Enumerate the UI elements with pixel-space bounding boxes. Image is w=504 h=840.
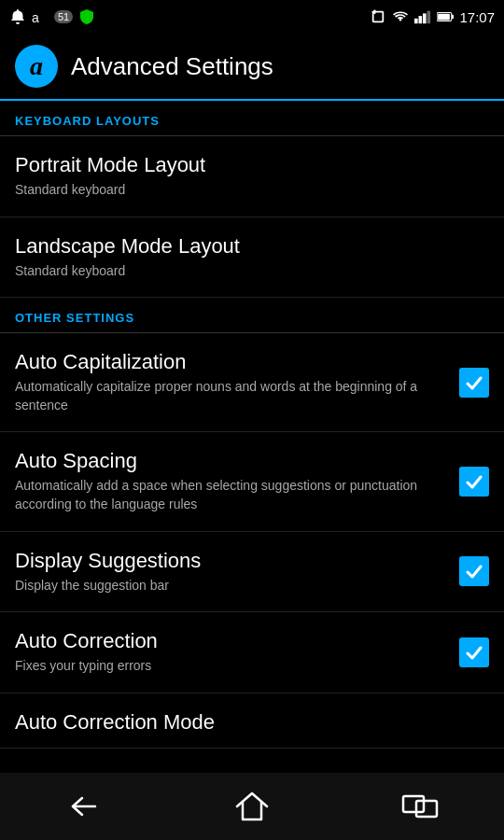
time-display: 17:07 <box>459 9 495 25</box>
svg-rect-11 <box>416 801 437 817</box>
svg-rect-4 <box>423 13 427 23</box>
portrait-mode-title: Portrait Mode Layout <box>15 153 478 177</box>
home-button[interactable] <box>224 788 280 825</box>
auto-spacing-desc: Automatically add a space when selecting… <box>15 477 448 513</box>
nav-bar <box>0 773 504 840</box>
auto-correction-checkbox[interactable] <box>459 637 489 667</box>
app-bar: a Advanced Settings <box>0 34 504 101</box>
portrait-mode-desc: Standard keyboard <box>15 181 478 200</box>
status-bar-left: a 51 <box>9 8 95 25</box>
svg-rect-2 <box>414 19 418 23</box>
setting-auto-capitalization[interactable]: Auto Capitalization Automatically capita… <box>0 333 504 432</box>
auto-spacing-checkbox[interactable] <box>459 467 489 497</box>
svg-rect-3 <box>419 16 423 23</box>
back-button[interactable] <box>56 788 112 825</box>
setting-portrait-mode[interactable]: Portrait Mode Layout Standard keyboard <box>0 136 504 217</box>
svg-rect-5 <box>427 11 431 24</box>
svg-text:a: a <box>32 10 39 25</box>
status-bar-right: 17:07 <box>370 8 495 25</box>
auto-spacing-title: Auto Spacing <box>15 449 448 473</box>
shield-icon <box>78 8 95 25</box>
signal-icon <box>414 8 431 25</box>
app-logo: a <box>15 45 58 88</box>
auto-cap-title: Auto Capitalization <box>15 350 448 374</box>
setting-landscape-mode[interactable]: Landscape Mode Layout Standard keyboard <box>0 217 504 299</box>
auto-correction-title: Auto Correction <box>15 629 448 653</box>
battery-icon <box>437 8 454 25</box>
svg-rect-8 <box>439 14 451 21</box>
section-keyboard-layouts: KEYBOARD LAYOUTS Portrait Mode Layout St… <box>0 101 504 298</box>
amazon-icon: a <box>32 8 49 25</box>
settings-content: KEYBOARD LAYOUTS Portrait Mode Layout St… <box>0 101 504 840</box>
rotation-icon <box>370 8 386 25</box>
setting-display-suggestions[interactable]: Display Suggestions Display the suggesti… <box>0 532 504 613</box>
setting-auto-correction[interactable]: Auto Correction Fixes your typing errors <box>0 612 504 693</box>
landscape-mode-title: Landscape Mode Layout <box>15 234 478 259</box>
section-header-other: OTHER SETTINGS <box>0 298 504 332</box>
display-suggestions-desc: Display the suggestion bar <box>15 577 448 595</box>
notification-badge: 51 <box>54 10 73 23</box>
display-suggestions-title: Display Suggestions <box>15 549 448 573</box>
notification-icon <box>9 8 26 25</box>
auto-correction-mode-title: Auto Correction Mode <box>15 710 489 735</box>
svg-rect-7 <box>453 15 455 20</box>
setting-auto-spacing[interactable]: Auto Spacing Automatically add a space w… <box>0 432 504 531</box>
landscape-mode-desc: Standard keyboard <box>15 262 478 281</box>
display-suggestions-checkbox[interactable] <box>459 556 489 586</box>
section-header-keyboard: KEYBOARD LAYOUTS <box>0 101 504 135</box>
auto-cap-checkbox[interactable] <box>459 368 489 398</box>
recents-button[interactable] <box>392 788 448 825</box>
status-bar: a 51 <box>0 0 504 34</box>
wifi-icon <box>392 8 409 25</box>
section-other-settings: OTHER SETTINGS Auto Capitalization Autom… <box>0 298 504 749</box>
svg-rect-10 <box>403 796 424 812</box>
app-container: a 51 <box>0 0 504 840</box>
page-title: Advanced Settings <box>71 52 273 81</box>
setting-auto-correction-mode-partial[interactable]: Auto Correction Mode <box>0 693 504 749</box>
auto-cap-desc: Automatically capitalize proper nouns an… <box>15 378 448 414</box>
auto-correction-desc: Fixes your typing errors <box>15 657 448 676</box>
